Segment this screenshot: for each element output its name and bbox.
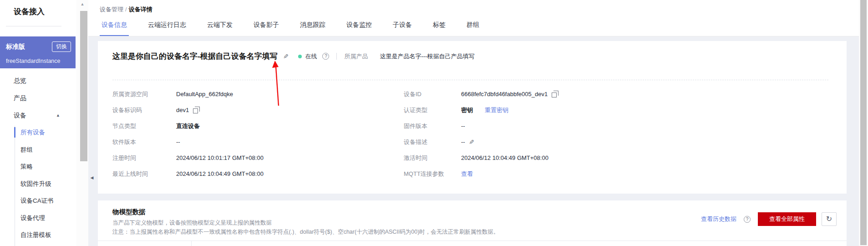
app-title: 设备接入: [14, 6, 45, 17]
annotation-arrow: [270, 60, 285, 108]
online-status-dot: [298, 55, 302, 58]
field-resource-space: 所属资源空间 DefaultApp_662fdqke: [112, 86, 404, 102]
model-section-note: 注意：当上报属性名称和产品模型不一致或属性名称中包含特殊字符点(.)、dolla…: [112, 228, 499, 236]
product-name: 这里是产品名字---根据自己产品填写: [380, 52, 474, 61]
page: 设备接入 标准版 切换 freeStandardInstance 总览 产品 设…: [0, 0, 868, 246]
tab-tags[interactable]: 标签: [431, 21, 447, 36]
edit-description-icon[interactable]: ✎: [469, 138, 474, 146]
page-header: 设备管理/设备详情 设备信息 云端运行日志 云端下发 设备影子 消息跟踪 设备监…: [88, 0, 859, 36]
device-fields-grid: 所属资源空间 DefaultApp_662fdqke 设备标识码 dev1 节点…: [112, 86, 833, 182]
sidebar-scrollbar[interactable]: ▲: [76, 0, 88, 246]
dashed-divider: [112, 80, 828, 80]
copy-icon[interactable]: [552, 92, 557, 97]
instance-type-label: 标准版: [6, 43, 25, 51]
field-device-description: 设备描述 -- ✎: [404, 134, 833, 150]
device-status: 在线: [305, 52, 317, 61]
sidebar-item-devices[interactable]: 设备▲: [0, 107, 76, 124]
mqtt-view-link[interactable]: 查看: [461, 170, 473, 178]
table-column-divider: [191, 241, 192, 246]
switch-instance-button[interactable]: 切换: [52, 41, 71, 52]
breadcrumb-current: 设备详情: [129, 6, 152, 13]
field-register-time: 注册时间 2024/06/12 10:01:17 GMT+08:00: [112, 150, 404, 166]
tab-child-devices[interactable]: 子设备: [391, 21, 414, 36]
sidebar-item-overview[interactable]: 总览: [0, 72, 76, 89]
sidebar-item-device-ca[interactable]: 设备CA证书: [0, 192, 76, 210]
edit-device-name-icon[interactable]: ✎: [283, 53, 289, 60]
breadcrumb: 设备管理/设备详情: [100, 5, 152, 14]
field-node-type: 节点类型 直连设备: [112, 118, 404, 134]
breadcrumb-parent[interactable]: 设备管理: [100, 6, 123, 13]
model-section-title: 物模型数据: [112, 208, 146, 216]
field-firmware-version: 固件版本 --: [404, 118, 833, 134]
sidebar-item-device-proxy[interactable]: 设备代理: [0, 210, 76, 227]
table-top-border: [98, 241, 847, 241]
field-activate-time: 激活时间 2024/06/12 10:04:49 GMT+08:00: [404, 150, 833, 166]
tab-device-shadow[interactable]: 设备影子: [252, 21, 281, 36]
main-area: 设备管理/设备详情 设备信息 云端运行日志 云端下发 设备影子 消息跟踪 设备监…: [88, 0, 859, 246]
tab-cloud-run-logs[interactable]: 云端运行日志: [146, 21, 188, 36]
title-divider: [336, 53, 337, 60]
field-software-version: 软件版本 --: [112, 134, 404, 150]
scroll-up-icon[interactable]: ▲: [76, 2, 88, 6]
devices-submenu: 所有设备 群组 策略 软固件升级 设备CA证书 设备代理 自注册模板: [0, 124, 76, 244]
tab-message-trace[interactable]: 消息跟踪: [298, 21, 327, 36]
model-data-card: 物模型数据 当产品下定义物模型，设备按照物模型定义呈现上报的属性数据 注意：当上…: [98, 200, 847, 246]
scrollbar-thumb[interactable]: [860, 0, 867, 245]
product-label: 所属产品: [344, 52, 368, 61]
field-last-online-time: 最近上线时间 2024/06/12 10:04:49 GMT+08:00: [112, 166, 404, 182]
device-name: 这里是你自己的设备名字-根据自己设备名字填写: [112, 51, 278, 62]
status-help-icon[interactable]: ?: [322, 53, 329, 60]
tab-device-info[interactable]: 设备信息: [100, 21, 129, 36]
sidebar-collapse-handle[interactable]: ◀: [88, 169, 96, 186]
collapse-left-icon: ◀: [91, 175, 94, 180]
field-node-id: 设备标识码 dev1: [112, 102, 404, 118]
tab-bar: 设备信息 云端运行日志 云端下发 设备影子 消息跟踪 设备监控 子设备 标签 群…: [100, 21, 498, 36]
sidebar-item-policies[interactable]: 策略: [0, 158, 76, 175]
view-history-link[interactable]: 查看历史数据: [701, 215, 736, 223]
scrollbar-thumb[interactable]: [80, 11, 87, 161]
sidebar-item-all-devices[interactable]: 所有设备: [0, 124, 76, 141]
sidebar-item-self-register[interactable]: 自注册模板: [0, 226, 76, 244]
field-mqtt-params: MQTT连接参数 查看: [404, 166, 833, 182]
tab-device-monitoring[interactable]: 设备监控: [345, 21, 374, 36]
tab-cloud-delivery[interactable]: 云端下发: [205, 21, 234, 36]
page-scrollbar[interactable]: [859, 0, 868, 246]
sidebar-item-products[interactable]: 产品: [0, 89, 76, 107]
refresh-button[interactable]: ↻: [822, 212, 837, 226]
sidebar-divider: [6, 26, 61, 26]
sidebar-item-ota-upgrade[interactable]: 软固件升级: [0, 175, 76, 193]
view-all-properties-button[interactable]: 查看全部属性: [758, 212, 816, 226]
breadcrumb-separator: /: [125, 6, 127, 13]
copy-icon[interactable]: [193, 108, 198, 113]
reset-secret-link[interactable]: 重置密钥: [485, 106, 508, 114]
model-help-icon[interactable]: ?: [744, 216, 751, 223]
device-title-row: 这里是你自己的设备名字-根据自己设备名字填写 ✎ 在线 ? 所属产品 这里是产品…: [112, 51, 828, 62]
chevron-up-icon: ▲: [56, 107, 60, 124]
field-auth-type: 认证类型 密钥 重置密钥: [404, 102, 833, 118]
device-info-card: 这里是你自己的设备名字-根据自己设备名字填写 ✎ 在线 ? 所属产品 这里是产品…: [98, 41, 847, 194]
model-section-subtitle: 当产品下定义物模型，设备按照物模型定义呈现上报的属性数据: [112, 219, 272, 227]
sidebar: 设备接入 标准版 切换 freeStandardInstance 总览 产品 设…: [0, 0, 76, 246]
field-device-id: 设备ID 6668fefc7dbfd46fabbfe005_dev1: [404, 86, 833, 102]
sidebar-menu: 总览 产品 设备▲ 所有设备 群组 策略 软固件升级 设备CA证书 设备代理 自…: [0, 72, 76, 244]
model-actions: 查看历史数据 ? 查看全部属性 ↻: [701, 212, 837, 226]
refresh-icon: ↻: [826, 215, 832, 223]
tab-groups[interactable]: 群组: [465, 21, 481, 36]
instance-name: freeStandardInstance: [6, 58, 61, 64]
sidebar-item-groups[interactable]: 群组: [0, 141, 76, 159]
instance-card: 标准版 切换 freeStandardInstance: [0, 36, 76, 68]
